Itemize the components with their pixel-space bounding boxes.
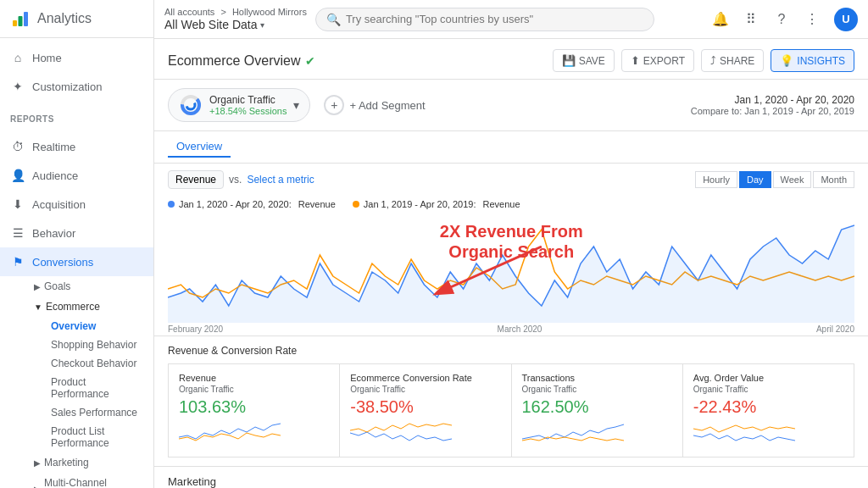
vs-text: vs.: [229, 174, 242, 186]
sidebar-item-product-performance[interactable]: Product Performance: [44, 373, 153, 403]
conversion-sparkline: [350, 420, 452, 446]
chart-area: 2X Revenue From Organic Search: [154, 213, 868, 323]
marketing-section-title: Marketing: [168, 475, 854, 488]
top-bar: All accounts > Hollywood Mirrors All Web…: [154, 0, 868, 39]
metrics-section-title: Revenue & Conversion Rate: [168, 345, 854, 357]
date-range-compare: Compare to: Jan 1, 2019 - Apr 20, 2019: [691, 106, 854, 116]
sidebar-item-customization[interactable]: ✦ Customization: [0, 72, 153, 101]
notification-icon[interactable]: 🔔: [712, 11, 729, 28]
account-selector[interactable]: All Web Site Data ▾: [164, 18, 307, 31]
select-metric-link[interactable]: Select a metric: [247, 174, 314, 186]
segment-name: Organic Traffic: [209, 94, 287, 106]
svg-rect-1: [19, 16, 23, 26]
metric-dropdown[interactable]: Revenue: [168, 170, 224, 189]
apps-icon[interactable]: ⠿: [743, 11, 760, 28]
insights-label: INSIGHTS: [797, 55, 845, 67]
order-value-sparkline: [693, 420, 795, 446]
home-icon: ⌂: [10, 50, 25, 65]
overview-tabs: Overview: [154, 131, 868, 164]
insights-icon: 💡: [780, 54, 793, 67]
axis-label-mar: March 2020: [498, 324, 542, 334]
sidebar-item-acquisition[interactable]: ⬇ Acquisition: [0, 190, 153, 219]
page-title: Ecommerce Overview ✔: [168, 53, 315, 69]
metric-revenue-value: 103.63%: [179, 397, 329, 417]
save-button[interactable]: 💾 SAVE: [553, 49, 615, 72]
sidebar-item-goals[interactable]: ▶ Goals: [27, 276, 153, 297]
sidebar-realtime-label: Realtime: [32, 141, 75, 153]
svg-point-5: [186, 101, 195, 109]
analytics-logo-icon: [10, 8, 31, 29]
metric-conversion-sub: Organic Traffic: [350, 385, 500, 394]
sidebar-item-behavior[interactable]: ☰ Behavior: [0, 219, 153, 247]
metric-card-transactions: Transactions Organic Traffic 162.50%: [512, 364, 682, 457]
export-label: EXPORT: [643, 55, 685, 67]
metric-conversion-value: -38.50%: [350, 397, 500, 417]
share-icon: ⤴: [710, 54, 716, 67]
insights-button[interactable]: 💡 INSIGHTS: [771, 49, 854, 72]
sidebar-item-shopping-behavior[interactable]: Shopping Behavior: [44, 336, 153, 354]
search-icon: 🔍: [326, 13, 341, 26]
sidebar-item-overview[interactable]: Overview: [44, 317, 153, 336]
account-name: All Web Site Data: [164, 18, 257, 31]
time-btn-month[interactable]: Month: [813, 171, 854, 188]
segment-stat: +18.54% Sessions: [209, 106, 287, 116]
help-icon[interactable]: ?: [773, 11, 790, 28]
breadcrumb-current: Hollywood Mirrors: [232, 7, 307, 17]
page-header: Ecommerce Overview ✔ 💾 SAVE ⬆ EXPORT ⤴ S…: [154, 39, 868, 80]
sidebar-ecommerce-label: Ecommerce: [46, 301, 100, 313]
legend-compare: Jan 1, 2019 - Apr 20, 2019: Revenue: [353, 199, 520, 209]
sidebar-multichannel-label: Multi-Channel Funnels: [44, 477, 143, 488]
verified-icon: ✔: [305, 54, 315, 68]
page-title-text: Ecommerce Overview: [168, 53, 300, 69]
sidebar-item-product-list-performance[interactable]: Product List Performance: [44, 422, 153, 452]
search-input[interactable]: [346, 13, 643, 25]
tab-overview[interactable]: Overview: [168, 136, 231, 158]
time-btn-day[interactable]: Day: [739, 171, 771, 188]
sidebar-item-audience[interactable]: 👤 Audience: [0, 161, 153, 190]
acquisition-icon: ⬇: [10, 197, 25, 212]
add-segment-button[interactable]: + + Add Segment: [324, 95, 425, 115]
sidebar-item-multichannel[interactable]: ▶ Multi-Channel Funnels: [27, 473, 153, 488]
time-btn-week[interactable]: Week: [773, 171, 812, 188]
main-content: All accounts > Hollywood Mirrors All Web…: [154, 0, 868, 488]
time-btn-hourly[interactable]: Hourly: [695, 171, 737, 188]
sidebar-marketing-label: Marketing: [44, 457, 89, 469]
share-label: SHARE: [720, 55, 754, 67]
header-actions: 💾 SAVE ⬆ EXPORT ⤴ SHARE 💡 INSIGHTS: [553, 49, 854, 72]
metric-card-conversion: Ecommerce Conversion Rate Organic Traffi…: [340, 364, 510, 457]
metric-transactions-label: Transactions: [522, 373, 672, 383]
sidebar-item-ecommerce[interactable]: ▼ Ecommerce: [27, 297, 153, 317]
share-button[interactable]: ⤴ SHARE: [701, 49, 764, 72]
legend-orange-dot: [353, 201, 359, 208]
svg-rect-2: [24, 12, 28, 26]
metric-card-order-value: Avg. Order Value Organic Traffic -22.43%: [683, 364, 854, 457]
sidebar-item-checkout-behavior[interactable]: Checkout Behavior: [44, 354, 153, 373]
date-range-primary: Jan 1, 2020 - Apr 20, 2020: [691, 94, 854, 106]
segment-pill[interactable]: Organic Traffic +18.54% Sessions ▾: [168, 88, 310, 122]
legend-compare-label: Jan 1, 2019 - Apr 20, 2019:: [364, 199, 476, 209]
logo-area: Analytics: [0, 0, 153, 38]
metric-conversion-label: Ecommerce Conversion Rate: [350, 373, 500, 383]
annotation-text: 2X Revenue From Organic Search: [440, 221, 583, 262]
export-button[interactable]: ⬆ EXPORT: [621, 49, 694, 72]
sidebar-item-sales-performance[interactable]: Sales Performance: [44, 403, 153, 422]
time-controls: Hourly Day Week Month: [695, 171, 854, 188]
sidebar-item-conversions[interactable]: ⚑ Conversions: [0, 247, 153, 276]
sidebar-item-home[interactable]: ⌂ Home: [0, 43, 153, 72]
metrics-grid: Revenue Organic Traffic 103.63% Ecommerc…: [168, 363, 854, 458]
metric-card-revenue: Revenue Organic Traffic 103.63%: [169, 364, 339, 457]
sidebar-goals-label: Goals: [44, 280, 70, 292]
sidebar-item-realtime[interactable]: ⏱ Realtime: [0, 132, 153, 161]
avatar[interactable]: U: [834, 8, 858, 31]
metric-revenue-sub: Organic Traffic: [179, 385, 329, 394]
metric-selector: Revenue vs. Select a metric: [168, 170, 314, 189]
reports-section-label: REPORTS: [0, 106, 153, 127]
more-icon[interactable]: ⋮: [804, 11, 821, 28]
legend-compare-metric: Revenue: [482, 199, 520, 209]
sidebar-behavior-label: Behavior: [32, 227, 75, 240]
sidebar-item-marketing[interactable]: ▶ Marketing: [27, 452, 153, 473]
metric-transactions-sub: Organic Traffic: [522, 385, 672, 394]
segment-dropdown-icon[interactable]: ▾: [293, 98, 299, 112]
search-bar[interactable]: 🔍: [315, 8, 654, 31]
breadcrumb-separator: >: [220, 7, 225, 17]
